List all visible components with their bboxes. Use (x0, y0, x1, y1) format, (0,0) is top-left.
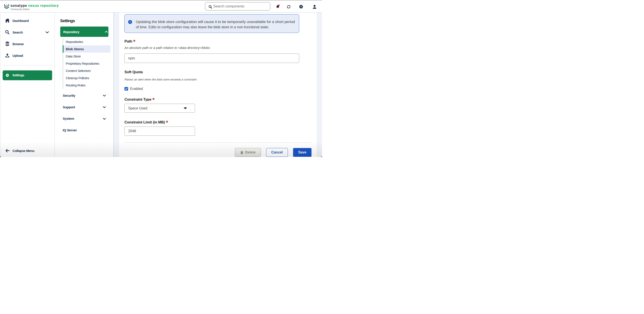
svg-text:r: r (6, 4, 7, 6)
svg-text:?: ? (300, 6, 302, 8)
